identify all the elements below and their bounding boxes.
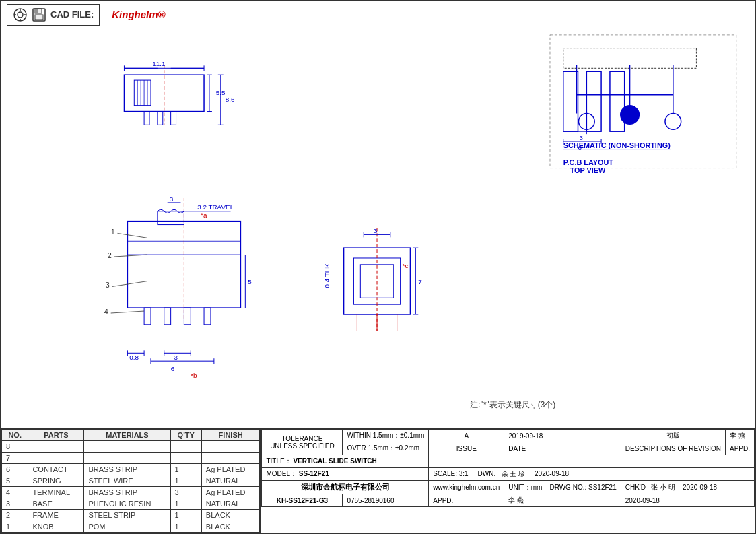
unit-label: UNIT：mm DRWG NO.: SS12F21 (504, 481, 621, 494)
bom-cell: NATURAL (201, 475, 260, 487)
bom-cell: 3 (2, 498, 28, 510)
bom-cell (84, 453, 170, 464)
svg-text:P.C.B LAYOUT: P.C.B LAYOUT (563, 158, 614, 166)
svg-point-103 (621, 106, 640, 125)
bom-cell: POM (84, 521, 170, 533)
bom-cell: 1 (2, 521, 28, 533)
main-container: CAD FILE: Kinghelm® (0, 0, 756, 534)
svg-text:*a: *a (201, 211, 207, 219)
revision-appd1: 李 燕 (725, 430, 754, 442)
technical-drawing: 11.1 5.5 8.6 (1, 28, 755, 428)
svg-rect-88 (563, 71, 578, 131)
bom-cell: 2 (2, 510, 28, 521)
bom-cell: Ag PLATED (201, 464, 260, 475)
bom-row: 2FRAMESTEEL STRIP1BLACK (2, 510, 260, 521)
svg-point-1 (18, 12, 23, 18)
bom-row: 5SPRINGSTEEL WIRE1NATURAL (2, 475, 260, 487)
svg-text:11.1: 11.1 (152, 60, 166, 67)
bom-cell: 1 (170, 521, 201, 533)
svg-text:3: 3 (374, 227, 378, 234)
bom-cell: BRASS STRIP (84, 464, 170, 475)
bom-row: 8 (2, 441, 260, 453)
company-name: 深圳市金航标电子有限公司 (301, 483, 390, 491)
bom-col-header: PARTS (28, 430, 84, 441)
bom-cell: 1 (170, 510, 201, 521)
svg-text:2: 2 (108, 251, 112, 259)
svg-line-59 (112, 281, 147, 287)
svg-text:0.4 THK: 0.4 THK (323, 263, 331, 288)
svg-text:5: 5 (248, 279, 252, 286)
cad-file-label: CAD FILE: (50, 9, 94, 20)
bom-cell: Ag PLATED (201, 487, 260, 498)
bom-cell: 5 (2, 475, 28, 487)
bom-row: 1KNOBPOM1BLACK (2, 521, 260, 533)
svg-text:6: 6 (171, 365, 175, 372)
bom-cell: BLACK (201, 521, 260, 533)
bom-col-header: NO. (2, 430, 28, 441)
revision-date-header: DATE (504, 442, 621, 455)
svg-text:1: 1 (111, 228, 115, 236)
svg-rect-18 (158, 112, 163, 125)
svg-line-57 (114, 255, 147, 257)
bom-col-header: FINISH (201, 430, 260, 441)
drawing-area: 11.1 5.5 8.6 (1, 28, 755, 428)
tolerance-row1: WITHIN 1.5mm：±0.1mm (343, 430, 429, 442)
bom-cell (28, 441, 84, 453)
unit-value: mm (531, 483, 543, 491)
drwg-value: SS12F21 (588, 483, 617, 491)
floppy-icon (32, 7, 46, 22)
bom-cell: FRAME (28, 510, 84, 521)
svg-rect-42 (204, 308, 211, 325)
cad-file-area: CAD FILE: (7, 4, 100, 26)
chkd-date: 2020-09-18 (683, 483, 717, 491)
svg-text:3: 3 (170, 195, 174, 203)
revision-date1: 2019-09-18 (504, 430, 621, 442)
svg-text:3: 3 (106, 281, 110, 289)
bom-table: NO.PARTSMATERIALSQ'TYFINISH876CONTACTBRA… (1, 429, 260, 533)
bom-cell: TERMINAL (28, 487, 84, 498)
bottom-info: NO.PARTSMATERIALSQ'TYFINISH876CONTACTBRA… (1, 428, 755, 533)
svg-rect-39 (144, 308, 151, 325)
svg-rect-90 (610, 71, 625, 131)
bom-cell: BASE (28, 498, 84, 510)
bom-cell: 8 (2, 441, 28, 453)
revision-desc-header: DESCRIPTIONS OF REVISION (621, 442, 725, 455)
tolerance-row2: OVER 1.5mm：±0.2mm (343, 442, 429, 455)
revision-col-a: A (429, 430, 504, 442)
bom-cell (170, 441, 201, 453)
bom-col-header: MATERIALS (84, 430, 170, 441)
drwg-label: DRWG NO.: (549, 483, 586, 491)
svg-rect-37 (158, 211, 184, 225)
bom-cell: 7 (2, 453, 28, 464)
bom-row: 6CONTACTBRASS STRIP1Ag PLATED (2, 464, 260, 475)
bom-cell: PHENOLIC RESIN (84, 498, 170, 510)
appd-name: 李 燕 (504, 494, 621, 507)
bom-cell: 6 (2, 464, 28, 475)
svg-text:8.6: 8.6 (226, 96, 235, 103)
bom-cell: 4 (2, 487, 28, 498)
svg-rect-17 (144, 112, 149, 125)
tolerance-label1: TOLERANCE (266, 435, 338, 442)
bom-row: 7 (2, 453, 260, 464)
dwn-label: DWN. (478, 470, 496, 477)
company-phone: 0755-28190160 (343, 494, 429, 507)
bom-cell (170, 453, 201, 464)
svg-line-61 (111, 311, 144, 313)
svg-text:SCHEMATIC (NON-SHORTING): SCHEMATIC (NON-SHORTING) (563, 141, 671, 149)
bom-cell (28, 453, 84, 464)
bom-cell (84, 441, 170, 453)
tolerance-label2: UNLESS SPECIFIED (266, 442, 338, 450)
bom-cell: KNOB (28, 521, 84, 533)
chkd-label: CHK'D (625, 483, 646, 491)
svg-rect-11 (134, 80, 151, 106)
header: CAD FILE: Kinghelm® (1, 1, 755, 28)
revision-issue: ISSUE (429, 442, 504, 455)
svg-text:0.8: 0.8 (129, 354, 139, 361)
bom-cell: 1 (170, 475, 201, 487)
svg-text:7: 7 (418, 279, 422, 286)
svg-text:*c: *c (403, 262, 409, 269)
bom-cell: SPRING (28, 475, 84, 487)
svg-rect-7 (35, 9, 42, 13)
right-info: TOLERANCE UNLESS SPECIFIED WITHIN 1.5mm：… (260, 429, 755, 533)
appd-date: 2020-09-18 (621, 494, 754, 507)
